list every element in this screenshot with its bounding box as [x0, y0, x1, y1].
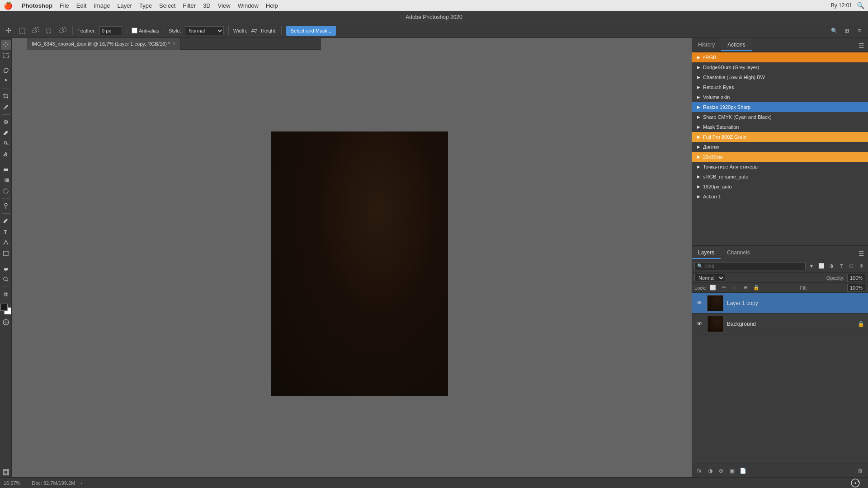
menu-edit[interactable]: Edit: [76, 2, 86, 9]
tool-text[interactable]: T: [1, 227, 11, 237]
new-group-button[interactable]: ▣: [728, 467, 736, 475]
tool-gradient[interactable]: [1, 175, 11, 185]
menu-file[interactable]: File: [60, 2, 69, 9]
layer-type-filter-icon[interactable]: ▼: [807, 262, 816, 270]
delete-layer-button[interactable]: 🗑: [856, 467, 864, 475]
tool-eyedropper[interactable]: [1, 102, 11, 112]
tab-history[interactable]: History: [692, 39, 721, 51]
add-mask-button[interactable]: ◑: [706, 467, 714, 475]
intersect-selection-icon[interactable]: [58, 26, 68, 36]
tab-channels[interactable]: Channels: [721, 247, 756, 259]
menu-3d[interactable]: 3D: [203, 2, 211, 9]
action-item-15[interactable]: ▶Action 1: [692, 192, 868, 202]
doc-tab-close-button[interactable]: ×: [173, 41, 175, 46]
tool-lasso[interactable]: [1, 66, 11, 75]
panel-options-icon[interactable]: ☰: [859, 42, 864, 49]
menu-filter[interactable]: Filter: [183, 2, 196, 9]
status-arrow[interactable]: ›: [80, 480, 82, 486]
select-mask-button[interactable]: Select and Mask...: [286, 26, 336, 36]
menu-photoshop[interactable]: Photoshop: [22, 2, 52, 9]
fill-input[interactable]: [847, 284, 865, 292]
subtract-selection-icon[interactable]: [44, 26, 54, 36]
menu-window[interactable]: Window: [238, 2, 259, 9]
new-selection-icon[interactable]: [17, 26, 27, 36]
tool-wand[interactable]: [1, 76, 11, 86]
layer-visibility-background[interactable]: 👁: [695, 320, 703, 328]
menu-layer[interactable]: Layer: [117, 2, 132, 9]
layer-adjustment-filter-icon[interactable]: ◑: [827, 262, 835, 270]
tool-blur[interactable]: [1, 186, 11, 196]
layer-text-filter-icon[interactable]: T: [837, 262, 845, 270]
tool-crop[interactable]: [1, 91, 11, 101]
tool-hand[interactable]: [1, 263, 11, 273]
tool-zoom[interactable]: [1, 274, 11, 284]
document-tab[interactable]: IMG_6343_плохой_фон.tif @ 16,7% (Layer 1…: [27, 38, 180, 50]
action-item-10[interactable]: ▶Диптих: [692, 142, 868, 152]
lock-pixels-icon[interactable]: ⬜: [709, 284, 717, 292]
opacity-input[interactable]: [847, 274, 865, 282]
tool-path[interactable]: [1, 238, 11, 248]
layer-item-layer1copy[interactable]: 👁 Layer 1 copy: [692, 293, 868, 314]
layer-item-background[interactable]: 👁 Background 🔒: [692, 314, 868, 334]
foreground-color-chip[interactable]: [0, 304, 8, 311]
action-item-4[interactable]: ▶Retouch Eyes: [692, 82, 868, 92]
tool-dodge[interactable]: [1, 201, 11, 211]
action-item-9[interactable]: ▶Fuji Pro 800Z Grain: [692, 132, 868, 142]
tool-history-brush[interactable]: [1, 150, 11, 160]
menu-image[interactable]: Image: [94, 2, 110, 9]
action-item-6[interactable]: ▶Resize 1920px Sharp: [692, 102, 868, 112]
action-item-12[interactable]: ▶Точка-тире Аня стикеры: [692, 162, 868, 172]
tool-healing[interactable]: [1, 117, 11, 127]
screen-mode-button[interactable]: [1, 467, 11, 477]
tool-pen[interactable]: [1, 216, 11, 226]
layer-pixel-filter-icon[interactable]: ⬜: [817, 262, 826, 270]
workspace-icon[interactable]: ≡: [854, 26, 864, 36]
anti-alias-checkbox[interactable]: Anti-alias: [132, 28, 159, 33]
tool-move-icon[interactable]: [4, 26, 14, 36]
action-item-5[interactable]: ▶Volume skin: [692, 92, 868, 102]
action-item-3[interactable]: ▶Chastotka (Low & High) BW: [692, 72, 868, 82]
lock-move-icon[interactable]: ⊕: [741, 284, 750, 292]
quick-mask-button[interactable]: [1, 317, 11, 327]
style-select[interactable]: Normal Fixed Ratio Fixed Size: [185, 26, 224, 35]
layer-smart-filter-icon[interactable]: ⊕: [857, 262, 865, 270]
action-item-14[interactable]: ▶1920px_auto: [692, 182, 868, 192]
feather-input[interactable]: [99, 26, 122, 35]
menu-help[interactable]: Help: [266, 2, 278, 9]
tool-shape[interactable]: [1, 249, 11, 258]
color-chips[interactable]: [0, 304, 11, 314]
lock-artboard-icon[interactable]: +: [731, 284, 739, 292]
layers-panel-options-icon[interactable]: ☰: [859, 250, 864, 257]
menu-view[interactable]: View: [218, 2, 231, 9]
tool-brush[interactable]: [1, 128, 11, 138]
action-item-2[interactable]: ▶Dodge&Burn (Grey layer): [692, 62, 868, 72]
tool-move[interactable]: [1, 40, 11, 50]
layers-search-bar[interactable]: 🔍: [694, 262, 806, 270]
tool-marquee[interactable]: [1, 51, 11, 61]
swap-dimensions-icon[interactable]: [251, 28, 257, 34]
add-fx-button[interactable]: fx: [695, 467, 703, 475]
action-item-8[interactable]: ▶Mask Saturation: [692, 122, 868, 132]
apple-menu[interactable]: 🍎: [4, 1, 13, 10]
new-layer-button[interactable]: 📄: [739, 467, 747, 475]
tab-actions[interactable]: Actions: [721, 39, 751, 51]
action-item-7[interactable]: ▶Sharp CMYK (Cyan and Black): [692, 112, 868, 122]
menu-type[interactable]: Type: [139, 2, 152, 9]
tool-clone-stamp[interactable]: [1, 139, 11, 149]
add-selection-icon[interactable]: [31, 26, 41, 36]
search-right-icon[interactable]: 🔍: [829, 26, 839, 36]
action-item-13[interactable]: ▶sRGB_rename_auto: [692, 172, 868, 182]
layer-shape-filter-icon[interactable]: ⬡: [847, 262, 855, 270]
lock-all-icon[interactable]: 🔒: [752, 284, 760, 292]
arrange-windows-icon[interactable]: ⊞: [842, 26, 852, 36]
layers-search-input[interactable]: [704, 263, 803, 269]
tab-layers[interactable]: Layers: [692, 247, 721, 259]
tool-eraser[interactable]: [1, 164, 11, 174]
action-item-11[interactable]: ▶20x30см: [692, 152, 868, 162]
blending-mode-select[interactable]: Normal Multiply Screen Overlay: [694, 274, 725, 282]
search-icon[interactable]: 🔍: [857, 2, 864, 9]
tool-extra[interactable]: [1, 289, 11, 299]
menu-select[interactable]: Select: [159, 2, 175, 9]
new-fill-adjustment-button[interactable]: ⊕: [717, 467, 725, 475]
lock-position-icon[interactable]: ✏: [720, 284, 728, 292]
